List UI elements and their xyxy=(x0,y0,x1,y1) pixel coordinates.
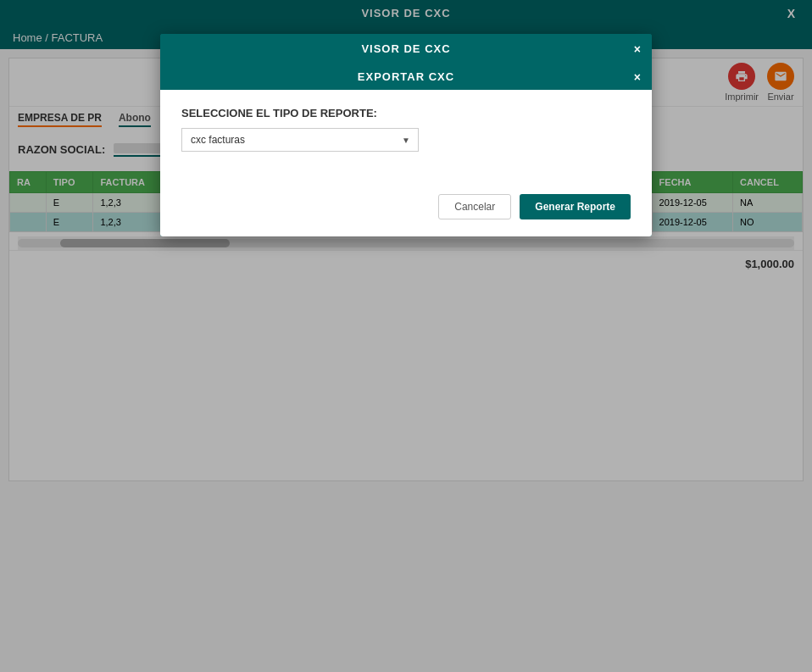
app-container: VISOR DE CXC X Home / FACTURA Imprimir xyxy=(0,0,812,672)
modal-outer-close-button[interactable]: × xyxy=(634,42,642,56)
modal-body: SELECCIONE EL TIPO DE REPORTE: cxc factu… xyxy=(160,90,652,186)
modal-field-label: SELECCIONE EL TIPO DE REPORTE: xyxy=(181,107,631,119)
modal-inner-close-button[interactable]: × xyxy=(634,70,642,84)
export-modal: VISOR DE CXC × EXPORTAR CXC × SELECCIONE… xyxy=(160,34,652,236)
cancel-button[interactable]: Cancelar xyxy=(438,194,511,219)
modal-inner: EXPORTAR CXC × SELECCIONE EL TIPO DE REP… xyxy=(160,64,652,236)
modal-inner-title: EXPORTAR CXC xyxy=(358,70,454,83)
modal-outer-header: VISOR DE CXC × xyxy=(160,34,652,64)
modal-footer: Cancelar Generar Reporte xyxy=(160,186,652,236)
modal-inner-header: EXPORTAR CXC × xyxy=(160,64,652,90)
modal-select-wrapper: cxc facturascxc generalcxc detalle ▼ xyxy=(181,128,419,152)
modal-overlay: VISOR DE CXC × EXPORTAR CXC × SELECCIONE… xyxy=(0,0,812,672)
generate-report-button[interactable]: Generar Reporte xyxy=(520,194,631,219)
report-type-select[interactable]: cxc facturascxc generalcxc detalle xyxy=(181,128,419,152)
modal-outer-title: VISOR DE CXC xyxy=(361,42,450,55)
